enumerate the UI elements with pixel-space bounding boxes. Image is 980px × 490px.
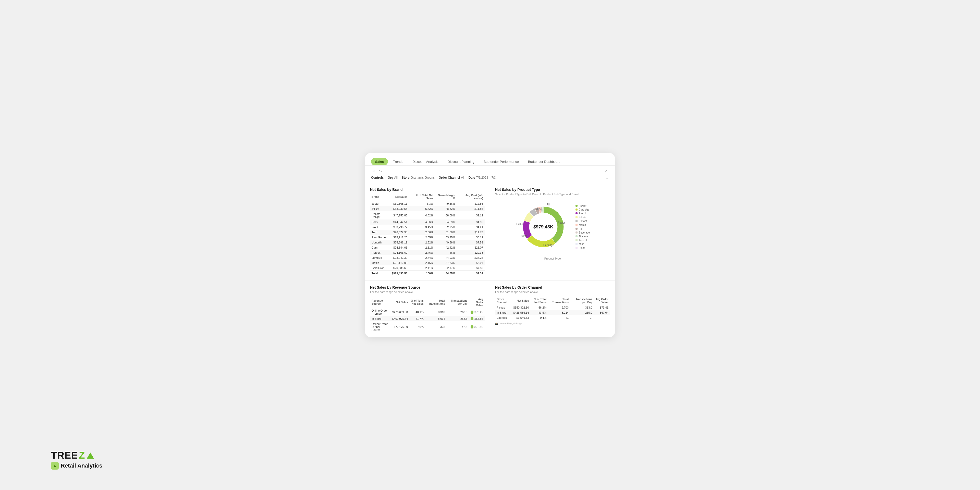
oc-tx-per-day: 2. bbox=[570, 315, 593, 320]
brand-row: Rollers Delight $47,253.83 4.82% 68.08% … bbox=[370, 211, 485, 220]
brand-name: Lumpy's bbox=[370, 255, 390, 260]
legend-item-plant: Plant bbox=[576, 247, 590, 249]
date-item: Date 7/1/2023 – 7/3... bbox=[469, 176, 498, 180]
brand-gross-margin: 49.56% bbox=[435, 240, 457, 245]
rev-source: In Store bbox=[370, 316, 391, 321]
brand-pct: 2.46% bbox=[409, 250, 435, 255]
tab-budtender-dashboard[interactable]: Budtender Dashboard bbox=[524, 158, 565, 165]
oc-avg-order bbox=[593, 315, 610, 320]
brand-row: Gold Drop $20,685.65 2.11% 52.17% $7.50 bbox=[370, 266, 485, 271]
donut-segment-plant[interactable] bbox=[543, 207, 544, 213]
legend-label-extract: Extract bbox=[579, 220, 587, 223]
brand-gross-margin: 49.66% bbox=[435, 201, 457, 206]
brand-avg-cost: $26.07 bbox=[457, 245, 485, 250]
tab-discount-analysis[interactable]: Discount Analysis bbox=[408, 158, 442, 165]
legend-item-merch: Merch bbox=[576, 224, 590, 226]
brand-pct: 2.66% bbox=[409, 230, 435, 235]
brand-pct: 2.44% bbox=[409, 255, 435, 260]
brand-avg-cost: $4.90 bbox=[457, 220, 485, 224]
order-channel-section: Net Sales by Order Channel For the date … bbox=[490, 281, 615, 337]
order-channel-row: Pickup $550,302.10 56.2% 9,703 313.0 $73… bbox=[495, 305, 610, 310]
legend-item-preroll: Preroll bbox=[576, 212, 590, 215]
oc-col-avg-order: Avg Order Value bbox=[593, 297, 610, 305]
brand-net-sales: $25,911.20 bbox=[390, 235, 409, 240]
legend-label-edible: Edible bbox=[579, 216, 586, 219]
brand-pct: 2.65% bbox=[409, 235, 435, 240]
label-pill: Pill bbox=[547, 203, 550, 206]
rev-source: Online Order - Tymber bbox=[370, 308, 391, 316]
brand-pct: 3.45% bbox=[409, 224, 435, 230]
brand-name: Gold Drop bbox=[370, 266, 390, 271]
brand-row: Cam $24,544.06 2.51% 42.42% $26.07 bbox=[370, 245, 485, 250]
rev-pct: 7.9% bbox=[409, 321, 425, 332]
tab-discount-planning[interactable]: Discount Planning bbox=[444, 158, 479, 165]
order-channel-subtitle: For the date range selected above bbox=[495, 290, 610, 293]
donut-container: $979.43K Pill Extract Flower Edible Prer… bbox=[495, 199, 610, 260]
brand-net-sales: $33,798.72 bbox=[390, 224, 409, 230]
brand-avg-cost: $4.21 bbox=[457, 224, 485, 230]
oc-channel: Pickup bbox=[495, 305, 512, 310]
oc-pct: 43.5% bbox=[530, 310, 548, 315]
tab-sales[interactable]: Sales bbox=[371, 158, 388, 165]
product-type-section: Net Sales by Product Type Select a Produ… bbox=[490, 183, 615, 281]
brand-gross-margin: 46% bbox=[435, 250, 457, 255]
legend-label-flower: Flower bbox=[579, 204, 587, 207]
legend-label-beverage: Beverage bbox=[579, 231, 590, 234]
brand-net-sales: $47,253.83 bbox=[390, 211, 409, 220]
expand-button[interactable]: ⤢ bbox=[603, 168, 609, 174]
brand-section-title: Net Sales by Brand bbox=[370, 188, 485, 192]
brand-pct: 2.11% bbox=[409, 266, 435, 271]
oc-total-tx: 41 bbox=[548, 315, 570, 320]
col-brand: Brand bbox=[370, 192, 390, 201]
oc-channel: Express bbox=[495, 315, 512, 320]
brand-name: Stilizy bbox=[370, 206, 390, 211]
rev-col-source: Revenue Source bbox=[370, 297, 391, 308]
tab-trends[interactable]: Trends bbox=[389, 158, 407, 165]
legend-label-misc: Misc bbox=[579, 243, 584, 245]
legend-label-preroll: Preroll bbox=[579, 212, 586, 215]
revenue-table: Revenue Source Net Sales % of Total Net … bbox=[370, 297, 485, 332]
brand-row: Froot $33,798.72 3.45% 52.75% $4.21 bbox=[370, 224, 485, 230]
oc-col-net-sales: Net Sales bbox=[512, 297, 530, 305]
legend-item-edible: Edible bbox=[576, 216, 590, 219]
brand-row: Upnorth $25,688.19 2.62% 49.56% $7.59 bbox=[370, 240, 485, 245]
redo-button[interactable]: ↪ bbox=[378, 168, 383, 174]
label-extract: Extract bbox=[535, 208, 542, 210]
controls-expand-icon[interactable]: ⌄ bbox=[606, 175, 609, 180]
brand-row: Jeeter $61,668.11 6.3% 49.66% $12.56 bbox=[370, 201, 485, 206]
rev-tx-per-day: 42.8 bbox=[447, 321, 469, 332]
controls-item: Controls bbox=[371, 176, 383, 180]
brand-net-sales: $20,685.65 bbox=[390, 266, 409, 271]
legend-label-topical: Topical bbox=[579, 239, 587, 242]
brand-net-sales: $53,039.58 bbox=[390, 206, 409, 211]
col-pct: % of Total Net Sales bbox=[409, 192, 435, 201]
brand-avg-cost: $11.73 bbox=[457, 230, 485, 235]
more-button[interactable]: ⋯ bbox=[384, 168, 390, 174]
logo-subtitle-text: Retail Analytics bbox=[61, 463, 102, 469]
rev-source: Online Order - Other Source bbox=[370, 321, 391, 332]
brand-row: Moxie $21,112.99 2.16% 57.33% $3.94 bbox=[370, 260, 485, 266]
brand-name: Solis bbox=[370, 220, 390, 224]
legend-dot-pill bbox=[576, 228, 578, 230]
brand-row: Stilizy $53,039.58 5.42% 48.82% $11.86 bbox=[370, 206, 485, 211]
brand-net-sales: $24,544.06 bbox=[390, 245, 409, 250]
label-preroll: Preroll bbox=[520, 234, 527, 237]
oc-net-sales: $425,585.14 bbox=[512, 310, 530, 315]
total-pct: 100% bbox=[409, 270, 435, 276]
product-type-axis-label: Product Type bbox=[544, 257, 561, 260]
donut-legend: Flower Cartridge Preroll Edible Extract … bbox=[576, 204, 590, 249]
revenue-title: Net Sales by Revenue Source bbox=[370, 285, 485, 290]
brand-avg-cost: $8.12 bbox=[457, 235, 485, 240]
undo-button[interactable]: ↩ bbox=[371, 168, 377, 174]
donut-and-legend: $979.43K Pill Extract Flower Edible Prer… bbox=[495, 199, 610, 255]
brand-row: Lumpy's $23,942.32 2.44% 44.93% $34.25 bbox=[370, 255, 485, 260]
brand-net-sales: $26,077.38 bbox=[390, 230, 409, 235]
oc-total-tx: 8,214 bbox=[548, 310, 570, 315]
donut-wrapper: $979.43K Pill Extract Flower Edible Prer… bbox=[515, 199, 571, 255]
brand-name: Jeeter bbox=[370, 201, 390, 206]
tab-budtender-performance[interactable]: Budtender Performance bbox=[479, 158, 523, 165]
oc-avg-order: $67.04 bbox=[593, 310, 610, 315]
content-grid: Net Sales by Brand Brand Net Sales % of … bbox=[365, 183, 615, 337]
legend-item-pill: Pill bbox=[576, 228, 590, 230]
order-channel-row: In Store $425,585.14 43.5% 8,214 265.0 $… bbox=[495, 310, 610, 315]
